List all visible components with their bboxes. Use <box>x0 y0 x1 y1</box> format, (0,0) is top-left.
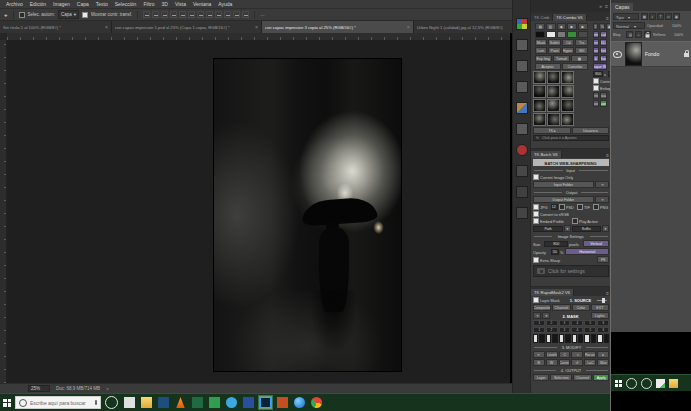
align-right-icon[interactable] <box>161 11 168 18</box>
menu-item[interactable]: Imagen <box>53 1 70 7</box>
opacity-value[interactable]: 100% <box>672 23 681 27</box>
taskbar-app-icon[interactable] <box>277 397 288 408</box>
combo-action-button[interactable]: Hyper <box>562 47 574 54</box>
menu-item[interactable]: Vista <box>175 1 186 7</box>
menu-item[interactable]: Archivo <box>6 1 23 7</box>
open-image-dark-alley-painting[interactable] <box>213 58 402 372</box>
cancelar-button[interactable]: Cancelar <box>562 63 588 70</box>
preview-thumbnail[interactable] <box>547 71 560 84</box>
layer-mask-checkbox[interactable] <box>533 297 539 303</box>
output-channel-button[interactable]: Channel <box>573 374 592 381</box>
play-action-checkbox[interactable] <box>572 218 578 224</box>
aceptar-button[interactable]: Aceptar <box>535 63 561 70</box>
combo-purple-button[interactable]: B & W <box>593 55 600 62</box>
menu-item[interactable]: Texto <box>96 1 108 7</box>
blend-mode-dropdown[interactable]: Normal▾ <box>613 22 645 29</box>
zone-key[interactable] <box>604 334 609 343</box>
taskbar-app-icon[interactable] <box>192 397 203 408</box>
lights-zone-button[interactable]: 3 <box>559 320 571 326</box>
preview-thumbnail[interactable] <box>533 85 546 98</box>
layer-row-fondo[interactable]: Fondo <box>611 41 691 67</box>
combo-action-button[interactable]: Mask <box>535 39 547 46</box>
distribute-right-icon[interactable] <box>242 11 249 18</box>
align-center-h-icon[interactable] <box>152 11 159 18</box>
combo-action-button[interactable]: Wtl <box>575 47 587 54</box>
zone-key[interactable] <box>584 334 589 343</box>
align-center-v-icon[interactable] <box>179 11 186 18</box>
lock-position-icon[interactable]: + <box>635 31 642 38</box>
taskbar-app-icon[interactable] <box>226 397 237 408</box>
taskbar-app-icon[interactable] <box>669 379 678 388</box>
current-image-only-checkbox[interactable] <box>533 174 539 180</box>
visibility-eye-icon[interactable] <box>613 51 622 58</box>
status-chevron-icon[interactable]: > <box>106 386 109 392</box>
distribute-top-icon[interactable] <box>197 11 204 18</box>
source-button[interactable]: Color <box>572 304 590 311</box>
path-dropdown[interactable]: Path <box>533 226 563 232</box>
distribute-center-h-icon[interactable] <box>233 11 240 18</box>
suffix-caret-icon[interactable]: ▾ <box>602 225 609 232</box>
collapse-icon[interactable]: « <box>599 3 602 9</box>
taskbar-app-icon[interactable] <box>656 379 665 388</box>
combo-purple-button[interactable]: Content <box>593 31 600 38</box>
tk-strip-icon[interactable] <box>516 102 528 114</box>
input-folder-menu-icon[interactable]: ≡ <box>595 181 609 188</box>
tk-strip-icon[interactable] <box>516 186 528 198</box>
close-icon[interactable]: × <box>407 24 410 30</box>
menu-item[interactable]: 3D <box>162 1 168 7</box>
output-folder-button[interactable]: Output Folder <box>533 196 594 203</box>
move-tool-icon[interactable]: + <box>4 12 8 18</box>
layer-kind-filter-icon[interactable]: ◐ <box>649 13 656 20</box>
distribute-bottom-icon[interactable] <box>215 11 222 18</box>
taskbar-app-icon[interactable] <box>124 397 135 408</box>
zone-key[interactable] <box>591 334 596 343</box>
output-selection-button[interactable]: Selection <box>550 374 572 381</box>
panel-menu-icon[interactable]: ≡ <box>606 290 609 296</box>
usuario-menu-button[interactable]: Usuario ▸ <box>572 127 610 134</box>
lights-zone-button[interactable]: 2 <box>546 320 558 326</box>
modify-button[interactable]: C <box>559 351 571 358</box>
zone-key[interactable] <box>539 334 544 343</box>
tab-tk-combo-v6[interactable]: TK Combo V6 <box>553 14 586 21</box>
preview-thumbnail[interactable] <box>547 85 560 98</box>
source-button[interactable]: Channel <box>552 304 570 311</box>
combo-purple-button[interactable]: Scale <box>600 31 607 38</box>
lock-transparency-icon[interactable]: ▨ <box>626 31 633 38</box>
combo-toolbar-icon[interactable]: ▶ <box>578 23 588 30</box>
zone-key[interactable] <box>572 334 577 343</box>
document-tab[interactable]: con capas impresion 3 copia al 25% (RGB/… <box>262 21 414 33</box>
combo-purple-button[interactable]: Match <box>600 55 607 62</box>
combo-toolbar-icon[interactable]: ▶ <box>567 23 577 30</box>
enfoque-extra-checkbox[interactable] <box>593 85 599 91</box>
lights-zone-button[interactable]: 4 <box>571 320 583 326</box>
darks-zone-button[interactable]: 3 <box>559 327 571 333</box>
modify-button[interactable]: ◑ <box>571 351 583 358</box>
taskbar-app-icon[interactable] <box>141 397 152 408</box>
combo-action-button[interactable]: Tra <box>575 39 587 46</box>
darks-zone-button[interactable]: 5 <box>584 327 596 333</box>
modify-button[interactable]: Levels <box>546 351 558 358</box>
tk-strip-icon[interactable] <box>516 81 528 93</box>
taskbar-app-icon[interactable] <box>243 397 254 408</box>
combo-toolbar-icon[interactable]: ▥ <box>546 23 556 30</box>
show-transform-checkbox[interactable] <box>82 12 88 18</box>
layer-filter-dropdown[interactable]: Tipo▾ <box>613 13 639 20</box>
taskbar-app-icon[interactable] <box>294 397 305 408</box>
tk-strip-icon[interactable] <box>516 60 528 72</box>
align-top-icon[interactable] <box>170 11 177 18</box>
apply-button[interactable]: Apply <box>593 374 609 381</box>
taskbar-search-box[interactable]: Escribe aquí para buscar <box>15 396 101 409</box>
darks-zone-button[interactable]: 1 <box>533 327 545 333</box>
microphone-icon[interactable] <box>95 400 97 405</box>
more-options-icon[interactable]: … <box>260 12 265 17</box>
psd-checkbox[interactable] <box>559 204 565 210</box>
vertical-button[interactable]: Vertical <box>583 240 609 247</box>
modify-button[interactable]: Focus <box>584 351 596 358</box>
preview-thumbnail[interactable] <box>547 99 560 112</box>
tk-strip-icon[interactable] <box>516 144 528 156</box>
preview-thumbnail[interactable] <box>533 113 546 126</box>
output-layer-button[interactable]: Layer <box>533 374 549 381</box>
zone-key[interactable] <box>533 334 538 343</box>
panel-menu-icon[interactable]: ≡ <box>606 15 609 21</box>
zoom-level-field[interactable]: 25% <box>28 385 50 392</box>
